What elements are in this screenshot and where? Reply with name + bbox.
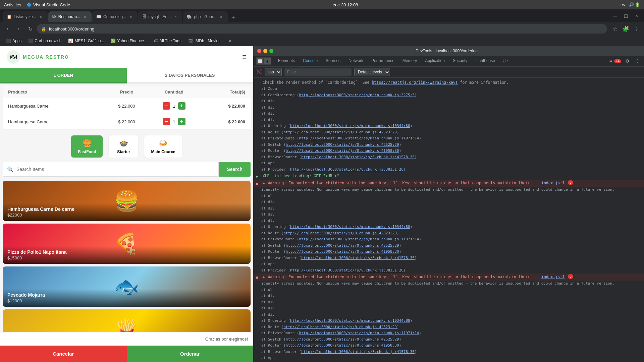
error-arrow-2[interactable]: ▶	[263, 274, 265, 280]
devtools-tab-application[interactable]: Application	[421, 56, 449, 66]
cat-tab-starter[interactable]: 🍲 Starter	[108, 135, 139, 158]
err1-div3: at div	[253, 212, 644, 218]
console-filter-input[interactable]	[284, 68, 352, 76]
menu-item-pescado[interactable]: 🐟 Pescado Mojarra $12000	[3, 266, 251, 307]
tab-close-btn[interactable]: ×	[82, 14, 88, 19]
route-link-3[interactable]: http://localhost:3000/static/js/0.chunk.…	[283, 325, 397, 329]
cardordering-link[interactable]: http://localhost:3000/static/js/main.chu…	[299, 93, 415, 97]
tab-close-btn[interactable]: ×	[173, 14, 178, 19]
console-output: Check the render method of `CardOrdering…	[253, 78, 644, 362]
error-count-badge[interactable]: 14	[608, 59, 612, 63]
switch-link-3[interactable]: http://localhost:3000/static/js/0.chunk.…	[286, 337, 399, 342]
switch-link-1[interactable]: http://localhost:3000/static/js/0.chunk.…	[286, 142, 399, 147]
privateroute-link-2[interactable]: http://localhost:3000/static/js/main.chu…	[299, 237, 419, 241]
devtools-max-btn[interactable]	[269, 49, 273, 53]
devtools-close-btn[interactable]	[257, 49, 261, 53]
close-btn[interactable]: ×	[632, 11, 641, 21]
browserrouter-link-1[interactable]: http://localhost:3000/static/js/0.chunk.…	[301, 155, 415, 159]
levels-selector[interactable]: Default levels	[354, 68, 390, 76]
router-link-1[interactable]: http://localhost:3000/static/js/0.chunk.…	[286, 148, 399, 153]
devtools-tab-sources[interactable]: Sources	[322, 56, 344, 66]
browserrouter-link-2[interactable]: http://localhost:3000/static/js/0.chunk.…	[301, 256, 415, 260]
bookmark-yahoo[interactable]: 💹 Yahoo Finance...	[109, 38, 149, 44]
privateroute-link-1[interactable]: http://localhost:3000/static/js/main.chu…	[299, 136, 419, 140]
forward-btn[interactable]: ›	[14, 24, 23, 34]
devtools-inspect-btn[interactable]: ⬜	[257, 58, 263, 64]
route-link-2[interactable]: http://localhost:3000/static/js/0.chunk.…	[283, 231, 397, 235]
devtools-tab-network[interactable]: Network	[344, 56, 367, 66]
step-order[interactable]: 1 ORDEN	[0, 68, 127, 83]
qty-minus-btn-1[interactable]: −	[163, 102, 170, 110]
tab-close-btn[interactable]: ×	[128, 14, 133, 19]
extensions-btn[interactable]: 🧩	[621, 24, 631, 34]
tab-close-btn[interactable]: ×	[218, 14, 224, 19]
devtools-tab-security[interactable]: Security	[449, 56, 471, 66]
tab-listas[interactable]: 📋 Listas y ke... ×	[3, 11, 48, 22]
menu-item-pizza[interactable]: 🍕 Pizza de Pollo1 Napolitana $15000	[3, 224, 251, 264]
tab-close-btn[interactable]: ×	[38, 14, 44, 19]
devtools-min-btn[interactable]	[263, 49, 267, 53]
hamburger-menu-btn[interactable]: ≡	[242, 53, 247, 61]
warning-link-1[interactable]: index.js:1	[541, 180, 565, 186]
vscode-label[interactable]: 🔷 Visual Studio Code	[26, 2, 70, 7]
devtools-more-btn[interactable]: ⋮	[633, 57, 641, 65]
tab-label: Como eleg...	[103, 14, 126, 19]
search-button[interactable]: Search	[219, 162, 251, 177]
reload-btn[interactable]: ↻	[25, 24, 35, 34]
ordering-link-2[interactable]: http://localhost:3000/static/js/main.chu…	[290, 225, 410, 229]
ordering-link-1[interactable]: http://localhost:3000/static/js/main.chu…	[290, 124, 410, 128]
cancel-button[interactable]: Cancelar	[0, 346, 127, 362]
search-input[interactable]	[16, 167, 214, 172]
new-tab-btn[interactable]: +	[228, 13, 238, 22]
cat-tab-fastfood[interactable]: 🍔 FastFood	[71, 135, 103, 158]
console-clear-btn[interactable]: 🚫	[256, 69, 262, 75]
tab-php[interactable]: 🐘 php - Guar... ×	[183, 11, 228, 22]
bookmark-carbon[interactable]: ⬛ Carbon.now.sh	[26, 38, 63, 44]
bookmark-apps[interactable]: ⬛ Apps	[4, 38, 23, 44]
router-link-2[interactable]: http://localhost:3000/static/js/0.chunk.…	[286, 249, 399, 254]
bookmark-imdb[interactable]: 🎬 IMDb - Movies...	[186, 38, 226, 44]
menu-item-hamburguesa[interactable]: 🍔 Hamburguesa Carne De carne $22000	[3, 181, 251, 221]
tab-como[interactable]: 📖 Como eleg... ×	[92, 11, 138, 22]
route-link-1[interactable]: http://localhost:3000/static/js/0.chunk.…	[283, 130, 397, 134]
order-button[interactable]: Ordenar	[127, 346, 254, 362]
provider-link-2[interactable]: http://localhost:3000/static/js/0.chunk.…	[290, 268, 404, 273]
tab-mysql[interactable]: 🗄 mysql - Err... ×	[138, 11, 182, 22]
tab-restaurant[interactable]: 🍽 Restauran... ×	[48, 11, 92, 22]
devtools-tab-console[interactable]: Console	[299, 56, 322, 66]
ordering-link-3[interactable]: http://localhost:3000/static/js/main.chu…	[290, 318, 410, 323]
menu-item-salchipapa[interactable]: 🍟 Salchipapa Basica $8000	[3, 309, 251, 332]
minimize-btn[interactable]: ─	[610, 11, 620, 21]
reactjs-link[interactable]: https://reactjs.org/link/warning-keys	[372, 80, 458, 85]
maximize-btn[interactable]: □	[621, 11, 631, 21]
devtools-tab-elements[interactable]: Elements	[274, 56, 299, 66]
qty-plus-btn-1[interactable]: +	[178, 102, 185, 110]
context-selector[interactable]: top	[265, 68, 282, 76]
devtools-settings-btn[interactable]: ⚙	[623, 57, 631, 65]
privateroute-link-3[interactable]: http://localhost:3000/static/js/main.chu…	[299, 331, 419, 335]
back-btn[interactable]: ‹	[3, 24, 12, 34]
browserrouter-link-3[interactable]: http://localhost:3000/static/js/0.chunk.…	[301, 350, 415, 354]
devtools-tab-memory[interactable]: Memory	[398, 56, 421, 66]
activities-label[interactable]: Activities	[4, 2, 21, 7]
provider-link-1[interactable]: http://localhost:3000/static/js/0.chunk.…	[290, 167, 404, 172]
qty-plus-btn-2[interactable]: +	[178, 118, 185, 125]
bookmarks-more-btn[interactable]: »	[228, 38, 231, 44]
cat-tab-maincourse[interactable]: 🍛 Main Cource	[144, 135, 182, 158]
error-arrow-1[interactable]: ▶	[263, 180, 265, 186]
warning-link-2[interactable]: index.js:1	[541, 274, 565, 280]
address-bar[interactable]: 🔒 localhost:3000/ordering	[37, 24, 607, 34]
devtools-tab-more[interactable]: >>	[499, 56, 512, 66]
lang-indicator[interactable]: es	[621, 2, 625, 7]
devtools-tab-lighthouse[interactable]: Lighthouse	[471, 56, 499, 66]
devtools-device-btn[interactable]: 📱	[264, 58, 271, 64]
bookmark-star-btn[interactable]: ☆	[610, 24, 620, 34]
qty-minus-btn-2[interactable]: −	[163, 118, 170, 125]
bookmark-alltags[interactable]: 🏷 All The Tags	[152, 38, 183, 44]
bookmark-mes1[interactable]: 📊 MES1! Gráfico...	[66, 38, 106, 44]
devtools-tab-performance[interactable]: Performance	[367, 56, 398, 66]
step-personal[interactable]: 2 DATOS PERSONALES	[127, 68, 254, 83]
switch-link-2[interactable]: http://localhost:3000/static/js/0.chunk.…	[286, 243, 399, 248]
chrome-menu-btn[interactable]: ⋮	[632, 24, 641, 34]
router-link-3[interactable]: http://localhost:3000/static/js/0.chunk.…	[286, 343, 399, 348]
